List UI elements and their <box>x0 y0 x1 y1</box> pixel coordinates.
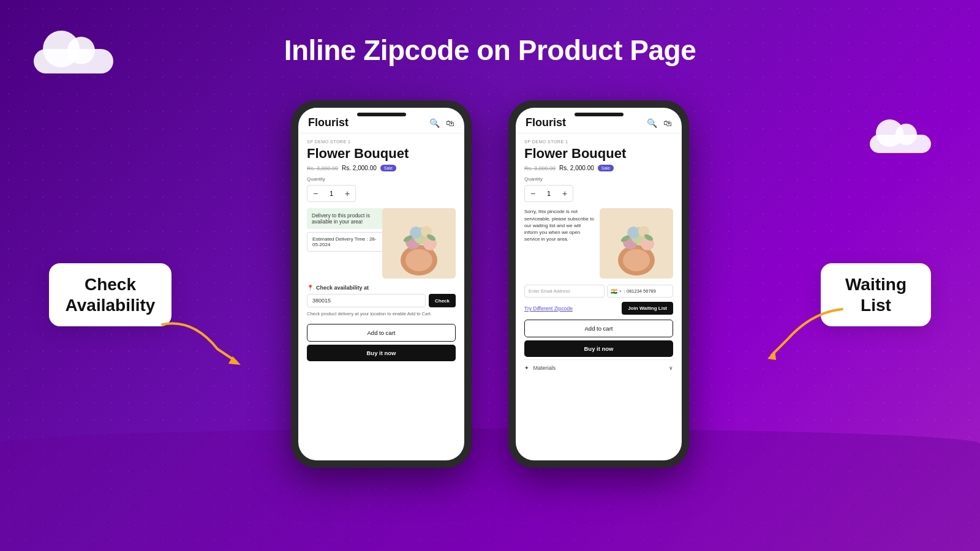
phone-input-group-2: 🇮🇳 ▾ | 081234 56789 <box>607 285 673 298</box>
arrow-left <box>156 312 254 373</box>
add-to-cart-btn-1[interactable]: Add to cart <box>307 324 456 342</box>
arrow-right <box>738 300 848 373</box>
email-phone-row-2: Enter Email Address 🇮🇳 ▾ | 081234 56789 <box>524 285 673 298</box>
product-image-2 <box>600 208 673 279</box>
phone-nav-1: Flourist 🔍 🛍 <box>298 108 464 133</box>
qty-plus-1[interactable]: + <box>339 186 355 201</box>
phone-frame-2: Flourist 🔍 🛍 SP DEMO STORE 1 Flower Bouq… <box>508 100 689 468</box>
price-sale-2: Rs. 2,000.00 <box>559 165 594 171</box>
email-input-2[interactable]: Enter Email Address <box>524 285 605 298</box>
check-button-1[interactable]: Check <box>429 294 456 307</box>
zipcode-row-1: 380015 Check <box>307 294 456 307</box>
store-label-2: SP DEMO STORE 1 <box>524 140 673 144</box>
svg-point-2 <box>405 249 432 271</box>
search-icon-1[interactable]: 🔍 <box>429 118 440 128</box>
qty-plus-2[interactable]: + <box>557 186 573 201</box>
flag-icon-2: 🇮🇳 <box>611 288 617 294</box>
phone-content-1: SP DEMO STORE 1 Flower Bouquet Rs. 3,000… <box>298 133 464 460</box>
zipcode-input-1[interactable]: 380015 <box>307 294 426 307</box>
location-icon-1: 📍 <box>307 285 314 291</box>
phone-screen-2: Flourist 🔍 🛍 SP DEMO STORE 1 Flower Bouq… <box>516 108 682 460</box>
nav-icons-1: 🔍 🛍 <box>429 118 454 128</box>
try-zipcode-row-2: Try Different Zipcode Join Waiting List <box>524 302 673 315</box>
sale-badge-1: Sale <box>380 165 396 171</box>
phone-screen-1: Flourist 🔍 🛍 SP DEMO STORE 1 Flower Bouq… <box>298 108 464 460</box>
materials-label-2: ✦ Materials <box>524 365 556 371</box>
quantity-control-1: − 1 + <box>307 185 356 202</box>
product-title-1: Flower Bouquet <box>307 146 456 162</box>
quantity-label-1: Quantity <box>307 176 456 182</box>
phone-frame-1: Flourist 🔍 🛍 SP DEMO STORE 1 Flower Bouq… <box>291 100 472 468</box>
try-zipcode-link-2[interactable]: Try Different Zipcode <box>524 305 573 312</box>
chevron-down-icon-2[interactable]: ∨ <box>669 365 673 371</box>
price-original-2: Rs. 3,000.00 <box>524 165 556 171</box>
page-title: Inline Zipcode on Product Page <box>0 0 980 67</box>
check-avail-label-1: 📍 Check availability at <box>307 285 456 291</box>
nav-icons-2: 🔍 🛍 <box>647 118 672 128</box>
svg-point-12 <box>623 249 650 271</box>
svg-marker-21 <box>767 350 776 360</box>
brand-1: Flourist <box>308 116 349 129</box>
quantity-control-2: − 1 + <box>524 185 573 202</box>
buy-now-btn-1[interactable]: Buy it now <box>307 345 456 361</box>
check-hint-1: Check product delivery at your location … <box>307 311 456 318</box>
qty-minus-1[interactable]: − <box>307 186 323 201</box>
price-row-2: Rs. 3,000.00 Rs. 2,000.00 Sale <box>524 165 673 171</box>
callout-check-availability: CheckAvailability <box>49 263 172 326</box>
price-original-1: Rs. 3,000.00 <box>307 165 338 171</box>
product-title-2: Flower Bouquet <box>524 146 673 162</box>
quantity-label-2: Quantity <box>524 176 673 182</box>
qty-value-2: 1 <box>541 190 557 197</box>
phone-nav-2: Flourist 🔍 🛍 <box>516 108 682 133</box>
add-to-cart-btn-2[interactable]: Add to cart <box>524 320 673 337</box>
product-image-1 <box>382 208 456 279</box>
price-row-1: Rs. 3,000.00 Rs. 2,000.00 Sale <box>307 165 456 171</box>
callout-check-text: CheckAvailability <box>64 274 157 315</box>
phone-number-input-2[interactable]: 081234 56789 <box>627 288 669 294</box>
phone-content-2: SP DEMO STORE 1 Flower Bouquet Rs. 3,000… <box>516 133 682 460</box>
brand-2: Flourist <box>526 116 566 129</box>
sale-badge-2: Sale <box>598 165 614 171</box>
join-waiting-button-2[interactable]: Join Waiting List <box>622 302 673 315</box>
cart-icon-2[interactable]: 🛍 <box>663 118 672 128</box>
star-icon-2: ✦ <box>524 365 529 371</box>
search-icon-2[interactable]: 🔍 <box>647 118 657 128</box>
materials-row-2: ✦ Materials ∨ <box>524 359 673 376</box>
cart-icon-1[interactable]: 🛍 <box>446 118 454 128</box>
buy-now-btn-2[interactable]: Buy it now <box>524 340 673 357</box>
qty-minus-2[interactable]: − <box>525 186 541 201</box>
store-label-1: SP DEMO STORE 1 <box>307 140 456 144</box>
qty-value-1: 1 <box>323 190 339 197</box>
price-sale-1: Rs. 2,000.00 <box>342 165 377 171</box>
